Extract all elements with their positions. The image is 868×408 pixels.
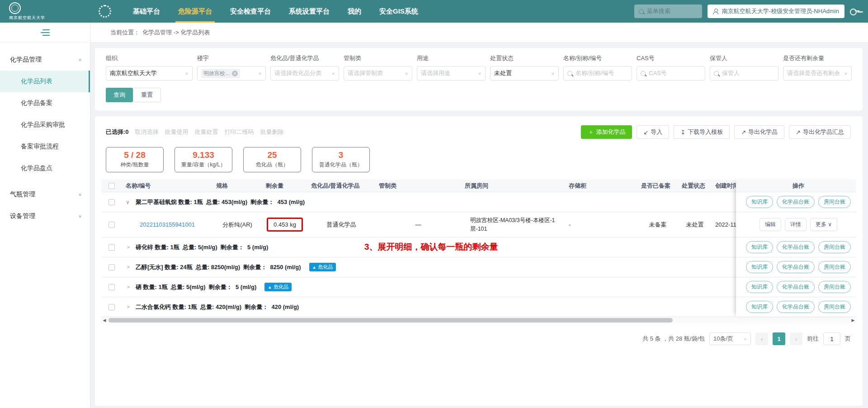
expand-row-icon[interactable]: ＞	[126, 263, 132, 271]
goto-page-input[interactable]	[823, 332, 840, 345]
next-page-button[interactable]: ›	[790, 332, 802, 345]
stats-row: 5 / 28 种类/瓶数量 9.133 重量/容量（kg/L） 25 危化品（瓶…	[95, 145, 863, 180]
filter-control-class: 管制类 请选择管制类 ∨	[344, 54, 412, 81]
tab-hazard-platform[interactable]: 危险源平台	[169, 0, 221, 23]
chemical-code-link[interactable]: 20221103155941001	[140, 221, 195, 228]
key-icon[interactable]	[850, 9, 860, 14]
chemical-ledger-button[interactable]: 化学品台账	[777, 261, 815, 273]
breadcrumb-label: 当前位置：	[110, 28, 140, 37]
more-button[interactable]: 更多 ∨	[810, 218, 837, 231]
chemical-ledger-button[interactable]: 化学品台账	[777, 196, 815, 208]
chevron-down-icon: ∨	[549, 71, 555, 75]
keeper-input[interactable]: 保管人	[710, 66, 778, 81]
hazard-type-select[interactable]: 请选择危化品分类 ∨	[270, 66, 339, 81]
add-chemical-button[interactable]: ＋ 添加化学品	[581, 125, 632, 139]
expand-row-icon[interactable]: ＞	[126, 283, 132, 291]
current-page[interactable]: 1	[773, 332, 785, 345]
user-menu[interactable]: 南京航空航天大学-校级安全管理员-NHAdmin	[708, 5, 844, 18]
col-control: 管制类	[375, 182, 461, 190]
tab-base-platform[interactable]: 基础平台	[124, 0, 169, 23]
cancel-selection-link[interactable]: 取消选择	[135, 128, 159, 136]
stat-ordinary: 3 普通化学品（瓶）	[312, 147, 370, 172]
filter-usage: 用途 请选择用途 ∨	[417, 54, 486, 81]
reset-button[interactable]: 重置	[133, 88, 161, 102]
menu-search-input[interactable]: 菜单搜索	[634, 5, 702, 18]
knowledge-base-button[interactable]: 知识库	[746, 301, 773, 313]
remaining-amount-highlighted: 0.453 kg	[267, 218, 303, 232]
room-ledger-button[interactable]: 房间台账	[818, 196, 851, 208]
room-ledger-button[interactable]: 房间台账	[818, 301, 851, 313]
scrollbar-track[interactable]	[108, 317, 850, 323]
tag-close-icon[interactable]: ×	[232, 71, 238, 76]
chemical-ledger-button[interactable]: 化学品台账	[777, 281, 815, 293]
filter-has-remaining: 是否还有剩余量 请选择是否还有剩余量 ∨	[783, 54, 852, 81]
import-button[interactable]: ↙ 导入	[637, 125, 669, 139]
prev-page-button[interactable]: ‹	[755, 332, 768, 345]
scroll-right-icon[interactable]: ▶	[850, 317, 856, 323]
knowledge-base-button[interactable]: 知识库	[746, 241, 773, 253]
batch-use-link[interactable]: 批量使用	[165, 128, 189, 136]
filter-disposal-status: 处置状态 未处置 ∨	[490, 54, 559, 81]
tab-safety-inspection[interactable]: 安全检查平台	[221, 0, 280, 23]
row-checkbox[interactable]	[108, 264, 115, 270]
edit-button[interactable]: 编辑	[760, 218, 781, 231]
collapse-menu-icon[interactable]	[41, 29, 50, 36]
sidebar-item-chemical-list[interactable]: 化学品列表	[0, 71, 90, 92]
room-ledger-button[interactable]: 房间台账	[818, 261, 851, 273]
scrollbar-thumb[interactable]	[108, 318, 673, 323]
col-room: 所属房间	[461, 182, 565, 190]
batch-delete-link[interactable]: 批量删除	[260, 128, 284, 136]
download-template-button[interactable]: ↧ 下载导入模板	[674, 125, 730, 139]
expand-row-icon[interactable]: ＞	[126, 243, 132, 251]
query-button[interactable]: 查询	[106, 88, 133, 102]
sidebar-item-record-approval-flow[interactable]: 备案审批流程	[0, 136, 90, 157]
print-qrcode-link[interactable]: 打印二维码	[225, 128, 254, 136]
page-size-select[interactable]: 10条/页 ∨	[709, 332, 751, 345]
sidebar-group-chemical-mgmt[interactable]: 化学品管理 ∧	[0, 49, 90, 71]
chemical-ledger-button[interactable]: 化学品台账	[777, 241, 815, 253]
has-remaining-select[interactable]: 请选择是否还有剩余量 ∨	[783, 66, 852, 81]
control-class-select[interactable]: 请选择管制类 ∨	[344, 66, 412, 81]
scroll-left-icon[interactable]: ◀	[101, 317, 108, 323]
row-checkbox[interactable]	[108, 222, 115, 228]
tab-system-settings[interactable]: 系统设置平台	[280, 0, 339, 23]
room-ledger-button[interactable]: 房间台账	[818, 241, 851, 253]
row-checkbox[interactable]	[108, 244, 115, 251]
row-checkbox[interactable]	[108, 284, 115, 290]
tab-mine[interactable]: 我的	[339, 0, 370, 23]
knowledge-base-button[interactable]: 知识库	[746, 261, 773, 273]
sidebar-item-purchase-approval[interactable]: 化学品采购审批	[0, 114, 90, 136]
university-emblem-icon	[9, 2, 21, 14]
collapse-row-icon[interactable]: ∨	[126, 199, 132, 205]
name-code-input[interactable]: 名称/别称/编号	[563, 66, 632, 81]
sidebar-item-chemical-record[interactable]: 化学品备案	[0, 92, 90, 114]
chevron-down-icon: ∨	[183, 71, 189, 75]
chemical-ledger-button[interactable]: 化学品台账	[777, 301, 815, 313]
organization-select[interactable]: 南京航空航天大学 ∨	[106, 66, 193, 81]
sidebar-item-chemical-inventory[interactable]: 化学品盘点	[0, 157, 90, 179]
room-ledger-button[interactable]: 房间台账	[818, 281, 851, 293]
expand-row-icon[interactable]: ＞	[126, 303, 132, 311]
sidebar-group-gas-cylinder[interactable]: 气瓶管理 ∨	[0, 184, 90, 205]
breadcrumb: 当前位置： 化学品管理 -> 化学品列表	[90, 23, 868, 43]
export-summary-button[interactable]: ↗ 导出化学品汇总	[789, 125, 851, 139]
building-select[interactable]: 明故宫校... × ∨	[197, 66, 266, 81]
tab-gis-system[interactable]: 安全GIS系统	[370, 0, 427, 23]
filter-label: 组织	[106, 54, 193, 62]
usage-select[interactable]: 请选择用途 ∨	[417, 66, 486, 81]
batch-dispose-link[interactable]: 批量处置	[195, 128, 218, 136]
chevron-down-icon: ∨	[330, 71, 335, 75]
export-chemicals-button[interactable]: ↗ 导出化学品	[734, 125, 784, 139]
select-all-checkbox[interactable]	[108, 183, 115, 189]
cas-input[interactable]: CAS号	[637, 66, 705, 81]
sidebar-group-equipment[interactable]: 设备管理 ∨	[0, 205, 90, 227]
knowledge-base-button[interactable]: 知识库	[746, 281, 773, 293]
selected-value: 未处置	[494, 69, 512, 77]
row-operations: 知识库 化学品台账 房间台账	[736, 257, 856, 277]
row-checkbox[interactable]	[108, 304, 115, 310]
col-cabinet: 存储柜	[565, 182, 637, 190]
disposal-status-select[interactable]: 未处置 ∨	[490, 66, 559, 81]
detail-button[interactable]: 详情	[785, 218, 807, 231]
row-checkbox[interactable]	[108, 199, 115, 205]
knowledge-base-button[interactable]: 知识库	[746, 196, 773, 208]
